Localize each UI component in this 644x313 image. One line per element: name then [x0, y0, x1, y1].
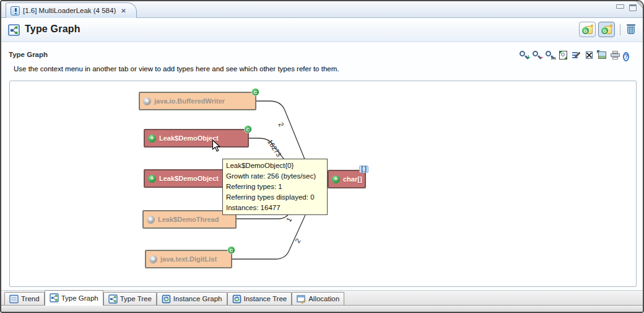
minimize-view-icon[interactable] [616, 4, 624, 9]
view-tab-bar: Trend Type Graph Type Tree Instance Grap… [1, 290, 643, 306]
tab-label: Instance Tree [244, 295, 287, 302]
print-icon[interactable] [610, 50, 620, 60]
node-label: java.io.BufferedWriter [154, 97, 225, 105]
tooltip-title: Leak$DemoObject{0} [226, 161, 324, 171]
node-label: Leak$DemoObject [159, 134, 219, 142]
expand-node-icon[interactable]: + [143, 97, 151, 105]
tab-label: Trend [21, 295, 40, 302]
editor-tab-label: [1.6] MultiLoaderLeak (4 584) [23, 7, 116, 14]
tab-trend[interactable]: Trend [4, 292, 45, 305]
tooltip-growth-rate: Growth rate: 256 (bytes/sec) [226, 171, 324, 182]
memleak-editor-window: [1.6] MultiLoaderLeak (4 584) ✕ Type Gra… [0, 0, 644, 313]
array-badge-icon: [] [359, 165, 368, 173]
toolbar-separator [620, 24, 620, 35]
close-tab-icon[interactable]: ✕ [119, 7, 126, 14]
type-graph-canvas[interactable]: 2 16273 1 2 + java.io.BufferedWriter C +… [9, 81, 637, 287]
tooltip-referring-types: Referring types: 1 [226, 182, 324, 192]
export-image-icon[interactable] [597, 50, 607, 60]
node-char-array[interactable]: + char[] [] [328, 170, 366, 188]
view-window-buttons [616, 4, 637, 11]
expand-node-icon[interactable]: + [147, 216, 155, 224]
classloader-badge-icon: C [227, 246, 235, 254]
node-label: Leak$DemoThread [158, 216, 219, 223]
tab-type-tree[interactable]: Type Tree [103, 292, 157, 305]
tab-label: Allocation [308, 295, 339, 302]
tab-label: Type Tree [120, 295, 152, 302]
tooltip-instances: Instances: 16477 [226, 203, 324, 213]
status-strip [1, 306, 643, 312]
mouse-cursor [212, 139, 221, 152]
node-tooltip: Leak$DemoObject{0} Growth rate: 256 (byt… [222, 159, 328, 215]
graph-toolbar: + − 1:1 ? [519, 50, 633, 60]
zoom-in-icon[interactable]: + [519, 50, 529, 60]
page-title: Type Graph [25, 24, 80, 35]
classloader-badge-icon: C [251, 88, 259, 96]
type-graph-icon [50, 293, 59, 302]
node-label: char[] [343, 175, 362, 183]
node-leak-demoobject[interactable]: + Leak$DemoObject C [144, 129, 249, 148]
classloader-badge-icon: C [244, 125, 252, 133]
trend-table-icon [9, 294, 19, 304]
node-java-text-digitlist[interactable]: + java.text.DigitList C [145, 250, 232, 268]
clear-graph-icon[interactable] [584, 50, 594, 60]
node-label: java.text.DigitList [160, 255, 217, 263]
editor-tab-bar: [1.6] MultiLoaderLeak (4 584) ✕ [1, 1, 643, 18]
expand-node-icon[interactable]: + [149, 255, 157, 263]
tab-label: Instance Graph [173, 295, 222, 302]
tab-type-graph[interactable]: Type Graph [45, 290, 103, 306]
add-package-to-graph-button[interactable]: G + [598, 22, 615, 37]
section-title: Type Graph [9, 51, 48, 58]
type-tree-icon [108, 294, 118, 304]
type-graph-page-icon [8, 24, 20, 36]
tab-allocation[interactable]: Allocation [292, 292, 344, 305]
expand-node-icon[interactable]: + [148, 134, 156, 143]
editor-tab-multiloaderleak[interactable]: [1.6] MultiLoaderLeak (4 584) ✕ [6, 2, 137, 18]
zoom-actual-size-icon[interactable]: 1:1 [545, 50, 555, 60]
screenshot-corner-decoration [635, 1, 643, 9]
tab-instance-graph[interactable]: Instance Graph [157, 292, 227, 305]
allocation-icon [297, 294, 306, 304]
section-description: Use the context menu in another tab or v… [14, 65, 339, 73]
tooltip-referring-displayed: Referring types displayed: 0 [226, 192, 324, 203]
zoom-fit-icon[interactable] [558, 50, 568, 60]
graph-layout-icon[interactable] [571, 50, 581, 60]
add-type-to-graph-button[interactable]: G + [579, 22, 596, 37]
node-java-io-bufferedwriter[interactable]: + java.io.BufferedWriter C [139, 92, 256, 110]
help-icon[interactable]: ? [623, 50, 633, 60]
instance-graph-icon [162, 294, 171, 304]
expand-node-icon[interactable]: + [148, 175, 156, 183]
tab-label: Type Graph [61, 294, 98, 302]
instance-tree-icon [232, 294, 242, 304]
form-header: Type Graph G + G + [1, 18, 643, 42]
expand-node-icon[interactable]: + [332, 175, 340, 183]
zoom-out-icon[interactable]: − [532, 50, 542, 60]
header-actions: G + G + [579, 22, 637, 37]
delete-trash-icon[interactable] [625, 24, 637, 35]
tab-instance-tree[interactable]: Instance Tree [227, 292, 292, 305]
mission-control-editor-icon [11, 6, 20, 15]
node-label: Leak$DemoObject [159, 175, 219, 182]
